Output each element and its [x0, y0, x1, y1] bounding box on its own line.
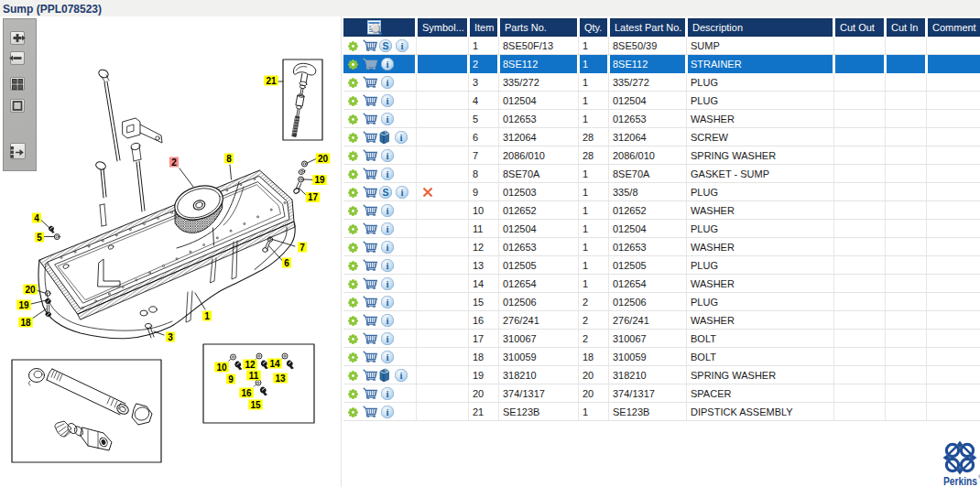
svg-text:4: 4 — [34, 213, 39, 223]
svg-text:1: 1 — [204, 311, 210, 321]
svg-text:12: 12 — [245, 360, 256, 370]
svg-text:11: 11 — [249, 371, 259, 381]
svg-text:19: 19 — [314, 175, 325, 185]
svg-text:Perkins: Perkins — [943, 475, 977, 487]
svg-text:5: 5 — [37, 233, 42, 243]
svg-text:8: 8 — [226, 154, 232, 164]
svg-text:17: 17 — [308, 192, 319, 202]
svg-text:14: 14 — [269, 359, 280, 369]
svg-text:20: 20 — [318, 154, 329, 164]
svg-text:21: 21 — [266, 76, 277, 86]
svg-text:13: 13 — [275, 373, 286, 384]
svg-text:7: 7 — [299, 243, 305, 253]
svg-text:3: 3 — [168, 332, 173, 342]
svg-text:6: 6 — [284, 258, 289, 268]
svg-text:9: 9 — [228, 374, 234, 384]
svg-text:10: 10 — [216, 363, 227, 373]
svg-text:15: 15 — [250, 400, 261, 410]
svg-text:18: 18 — [20, 318, 31, 328]
svg-text:16: 16 — [241, 388, 252, 398]
svg-text:20: 20 — [25, 285, 36, 295]
svg-text:19: 19 — [18, 300, 29, 310]
svg-text:2: 2 — [171, 157, 177, 168]
